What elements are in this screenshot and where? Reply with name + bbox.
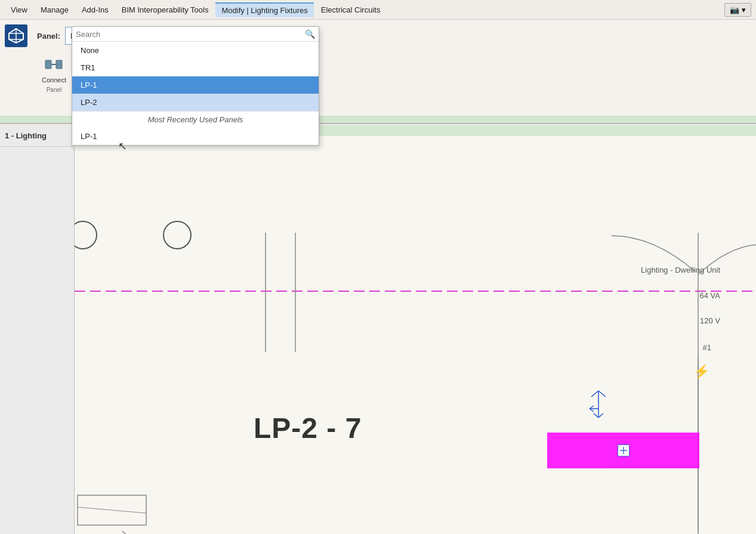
cad-va-label: 64 VA [700,291,720,300]
dropdown-search-row: 🔍 [72,27,319,42]
fixture-circle-2 [163,221,192,249]
fixture-circle-1 [75,221,97,249]
canvas-area: Lighting - Dwelling Unit 64 VA 120 V #1 … [75,125,756,534]
magenta-fixture-rect [547,433,699,468]
panel-label: Panel: [37,32,60,41]
menu-view[interactable]: View [5,3,33,17]
menu-modify-lighting[interactable]: Modify | Lighting Fixtures [215,2,313,17]
dropdown-option-lp1[interactable]: LP-1 [72,76,319,94]
app-icon [5,24,27,47]
svg-line-22 [590,406,594,409]
cad-lighting-label: Lighting - Dwelling Unit [641,266,720,274]
left-panel: 1 - Lighting [0,125,75,534]
svg-line-16 [591,391,598,397]
svg-line-20 [594,413,598,418]
svg-rect-29 [78,495,146,525]
lighting-panel-item[interactable]: 1 - Lighting [0,125,74,147]
cad-hash-label: #1 [703,343,711,352]
connect-icon [44,55,63,75]
panel-section-label: Panel [47,87,62,93]
cad-v-label: 120 V [700,316,720,325]
dropdown-option-lp2[interactable]: LP-2 [72,94,319,111]
search-icon: 🔍 [305,29,315,39]
dropdown-option-none[interactable]: None [72,42,319,59]
svg-line-21 [598,413,603,418]
dropdown-recent-lp1[interactable]: LP-1 [72,128,319,145]
cad-bolt-symbol: ⚡ [693,364,709,379]
menu-electrical-circuits[interactable]: Electrical Circuits [315,3,387,17]
panel-dropdown-popup: 🔍 None TR1 LP-1 LP-2 Most Recently Used … [72,26,319,146]
svg-line-17 [598,391,606,397]
camera-button[interactable]: 📷 ▾ [724,3,751,17]
svg-rect-5 [56,60,62,69]
menu-bar: View Manage Add-Ins BIM Interoperability… [0,0,756,20]
recently-used-label: Most Recently Used Panels [72,111,319,128]
cad-drawing [75,125,756,534]
dropdown-option-tr1[interactable]: TR1 [72,59,319,76]
cad-large-text: LP-2 - 7 [254,412,362,445]
menu-manage[interactable]: Manage [35,3,75,17]
svg-line-23 [590,409,594,412]
connect-button[interactable]: Connect Panel [37,53,71,95]
menu-bim[interactable]: BIM Interoperability Tools [116,3,215,17]
svg-rect-4 [45,60,51,69]
svg-line-30 [78,507,146,513]
move-cross-icon [618,445,630,456]
menu-addins[interactable]: Add-Ins [76,3,115,17]
connect-label: Connect [42,76,66,84]
dropdown-search-input[interactable] [76,30,303,39]
camera-icon: 📷 [730,5,739,14]
camera-dropdown-arrow[interactable]: ▾ [742,5,746,14]
